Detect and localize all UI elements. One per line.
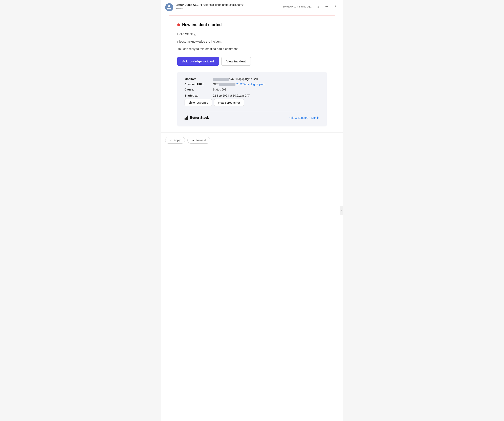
timestamp: 10:51AM (0 minutes ago) bbox=[283, 5, 312, 8]
card-buttons: View response View screenshot bbox=[185, 99, 319, 106]
monitor-label: Monitor: bbox=[185, 77, 213, 81]
better-stack-logo: Better Stack bbox=[185, 116, 209, 120]
email-greeting: Hello Stanley, bbox=[177, 32, 327, 37]
info-card: Monitor: :24220/api/plugins.json Checked… bbox=[177, 72, 327, 127]
view-screenshot-button[interactable]: View screenshot bbox=[214, 99, 244, 106]
help-support-link[interactable]: Help & Support bbox=[288, 116, 308, 119]
avatar bbox=[165, 3, 173, 11]
logo-bar-1 bbox=[185, 118, 186, 120]
logo-bar-3 bbox=[187, 116, 188, 120]
monitor-row: Monitor: :24220/api/plugins.json bbox=[185, 77, 319, 81]
view-response-button[interactable]: View response bbox=[185, 99, 212, 106]
forward-button[interactable]: ↪ Forward bbox=[187, 137, 210, 144]
forward-icon: ↪ bbox=[192, 139, 194, 142]
sender-details: Better Stack ALERT <alerts@alerts.better… bbox=[176, 3, 244, 10]
logo-text: Better Stack bbox=[190, 116, 209, 120]
header-actions: 10:51AM (0 minutes ago) ☆ ↩ ⋮ bbox=[283, 3, 339, 10]
sender-info: Better Stack ALERT <alerts@alerts.better… bbox=[165, 3, 244, 11]
checked-url-label: Checked URL: bbox=[185, 83, 213, 86]
email-body: New incident started Hello Stanley, Plea… bbox=[161, 16, 343, 133]
sender-email-text: <alerts@alerts.betterstack.com> bbox=[203, 3, 244, 6]
started-label: Started at: bbox=[185, 94, 213, 97]
incident-title: New incident started bbox=[177, 22, 327, 27]
cause-label: Cause: bbox=[185, 88, 213, 91]
cause-value: Status 503 bbox=[213, 88, 226, 91]
chevron-down-icon: ▾ bbox=[182, 7, 183, 10]
email-text-acknowledge: Please acknowledge the incident. bbox=[177, 39, 327, 44]
checked-url-link[interactable]: :24220/api/plugins.json bbox=[219, 83, 264, 86]
reply-button[interactable]: ↩ Reply bbox=[165, 137, 185, 144]
side-collapse-handle[interactable]: ‹ bbox=[340, 206, 343, 215]
more-icon: ⋮ bbox=[334, 4, 337, 9]
cause-row: Cause: Status 503 bbox=[185, 88, 319, 91]
url-blurred bbox=[219, 83, 235, 86]
logo-icon bbox=[185, 116, 188, 120]
monitor-blurred bbox=[213, 78, 229, 81]
footer-dot: • bbox=[309, 117, 310, 119]
checked-url-value: GET :24220/api/plugins.json bbox=[213, 83, 264, 86]
footer-links: Help & Support • Sign in bbox=[288, 116, 319, 119]
sign-in-link[interactable]: Sign in bbox=[311, 116, 319, 119]
monitor-value: :24220/api/plugins.json bbox=[213, 77, 258, 81]
checked-url-row: Checked URL: GET :24220/api/plugins.json bbox=[185, 83, 319, 86]
email-header: Better Stack ALERT <alerts@alerts.better… bbox=[161, 0, 343, 14]
started-row: Started at: 22 Sep 2023 at 10:51am CAT bbox=[185, 94, 319, 97]
star-icon: ☆ bbox=[316, 4, 319, 9]
action-buttons: Acknowledge incident View incident bbox=[177, 57, 327, 66]
sender-name: Better Stack ALERT <alerts@alerts.better… bbox=[176, 3, 244, 6]
view-incident-button[interactable]: View incident bbox=[221, 57, 251, 66]
email-text-comment: You can reply to this email to add a com… bbox=[177, 47, 327, 51]
to-me[interactable]: to me ▾ bbox=[176, 7, 244, 10]
incident-title-text: New incident started bbox=[182, 22, 222, 27]
red-dot-icon bbox=[177, 24, 180, 26]
started-value: 22 Sep 2023 at 10:51am CAT bbox=[213, 94, 250, 97]
card-footer: Better Stack Help & Support • Sign in bbox=[185, 112, 319, 120]
reply-icon: ↩ bbox=[169, 139, 172, 142]
star-button[interactable]: ☆ bbox=[315, 3, 321, 10]
acknowledge-incident-button[interactable]: Acknowledge incident bbox=[177, 57, 219, 66]
reply-icon: ↩ bbox=[325, 4, 328, 9]
more-options-button[interactable]: ⋮ bbox=[332, 3, 339, 10]
bottom-actions: ↩ Reply ↪ Forward bbox=[161, 133, 343, 148]
reply-header-button[interactable]: ↩ bbox=[324, 3, 330, 10]
logo-bar-2 bbox=[186, 117, 187, 120]
